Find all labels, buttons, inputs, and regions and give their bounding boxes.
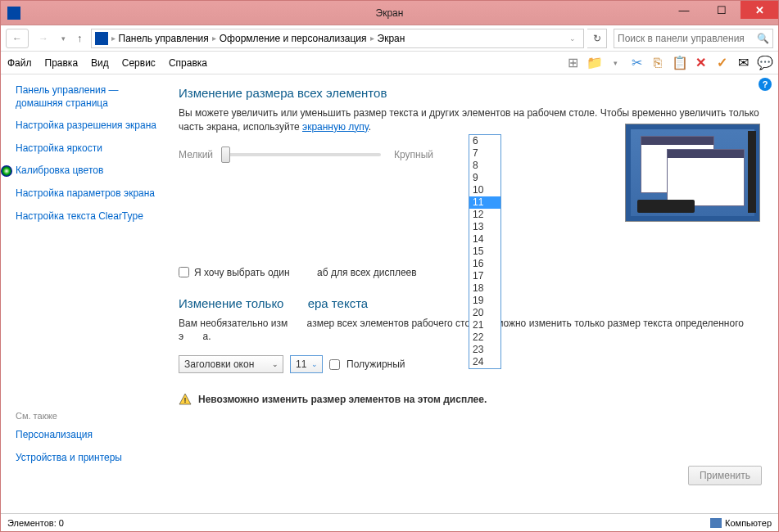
menu-file[interactable]: Файл [7,57,32,69]
svg-text:!: ! [184,396,187,404]
heading-resize-all: Изменение размера всех элементов [179,86,762,100]
size-dropdown-list[interactable]: 6789101112131415161718192021222324 [469,134,501,369]
statusbar: Элементов: 0 Компьютер [1,513,778,531]
main-content: Изменение размера всех элементов Вы може… [169,74,778,513]
sidebar-display-params[interactable]: Настройка параметров экрана [16,187,161,201]
bold-label: Полужирный [346,358,405,370]
size-option[interactable]: 7 [469,147,500,160]
size-option[interactable]: 20 [469,307,500,319]
size-slider[interactable] [221,153,381,156]
size-option[interactable]: 21 [469,319,500,331]
history-dropdown[interactable]: ▾ [58,34,69,43]
chat-icon[interactable]: 💬 [757,56,772,70]
size-option[interactable]: 19 [469,295,500,307]
menu-edit[interactable]: Правка [45,57,79,69]
size-option[interactable]: 22 [469,331,500,344]
up-button[interactable]: ↑ [72,32,88,44]
slider-thumb[interactable] [221,147,230,163]
menu-view[interactable]: Вид [91,57,109,69]
see-also-label: См. также [16,411,161,421]
cut-icon[interactable]: ✂ [629,56,644,70]
titlebar: Экран — ☐ ✕ [1,1,778,25]
warning-icon: ! [179,393,192,406]
folder-icon [95,32,108,45]
size-option[interactable]: 11 [469,196,500,209]
size-option[interactable]: 24 [469,356,500,368]
navbar: ← → ▾ ↑ ▸ Панель управления ▸ Оформление… [1,25,778,52]
menubar: Файл Правка Вид Сервис Справка ⊞ 📁 ▾ ✂ ⎘… [1,52,778,74]
computer-icon [710,518,722,528]
paste-icon[interactable]: 📋 [672,56,686,70]
same-scale-checkbox[interactable] [179,267,189,277]
slider-min-label: Мелкий [179,149,213,160]
search-input[interactable] [618,33,757,44]
bold-checkbox[interactable] [329,359,340,370]
back-button[interactable]: ← [6,29,29,48]
select-value: Заголовки окон [184,358,254,370]
size-option[interactable]: 15 [469,246,500,258]
layout-icon[interactable]: ⊞ [565,56,580,70]
size-option[interactable]: 10 [469,184,500,196]
size-option[interactable]: 23 [469,344,500,356]
sidebar-calibration[interactable]: Калибровка цветов [16,165,161,178]
sidebar-resolution[interactable]: Настройка разрешения экрана [16,119,161,133]
status-computer: Компьютер [725,518,772,528]
delete-icon[interactable]: ✕ [693,56,708,70]
copy-icon[interactable]: ⎘ [650,56,665,70]
breadcrumb-item[interactable]: Экран [378,33,405,44]
status-elements: Элементов: 0 [7,518,64,528]
size-option[interactable]: 18 [469,282,500,295]
size-option[interactable]: 12 [469,209,500,221]
chevron-right-icon: ▸ [212,34,216,43]
breadcrumb-item[interactable]: Панель управления [119,33,209,44]
display-preview [625,124,760,222]
magnifier-link[interactable]: экранную лупу [302,121,369,133]
address-dropdown[interactable]: ⌄ [565,34,580,43]
element-select[interactable]: Заголовки окон ⌄ [179,355,283,373]
slider-max-label: Крупный [394,149,433,160]
sidebar-personalization[interactable]: Персонализация [16,429,161,442]
check-icon[interactable]: ✓ [714,56,729,70]
sidebar-home[interactable]: Панель управления — домашняя страница [16,84,161,110]
minimize-button[interactable]: — [665,1,703,19]
app-icon [7,7,20,20]
chevron-right-icon: ▸ [111,34,115,43]
size-option[interactable]: 13 [469,221,500,233]
size-option[interactable]: 8 [469,160,500,172]
search-box[interactable]: 🔍 [614,29,773,48]
window-title: Экран [376,7,404,19]
size-option[interactable]: 14 [469,233,500,246]
checkbox-label: Я хочу выбрать один аб для всех дисплеев [194,267,417,278]
sidebar-item-label: Калибровка цветов [16,165,103,176]
warning-text: Невозможно изменить размер элементов на … [198,394,487,405]
close-button[interactable]: ✕ [741,1,778,19]
refresh-button[interactable]: ↻ [587,29,607,48]
menu-help[interactable]: Справка [169,57,207,69]
size-option[interactable]: 16 [469,258,500,270]
sidebar-cleartype[interactable]: Настройка текста ClearType [16,210,161,223]
calibration-icon [1,165,12,177]
select-value: 11 [296,358,306,370]
chevron-down-icon: ⌄ [311,360,318,368]
size-option[interactable]: 6 [469,135,500,147]
sidebar: Панель управления — домашняя страница На… [1,74,169,513]
folder-tool-icon[interactable]: 📁 [587,56,601,70]
dropdown-icon[interactable]: ▾ [608,56,623,70]
forward-button[interactable]: → [32,29,55,48]
sidebar-brightness[interactable]: Настройка яркости [16,142,161,156]
address-bar[interactable]: ▸ Панель управления ▸ Оформление и персо… [91,29,585,48]
maximize-button[interactable]: ☐ [703,1,741,19]
mail-icon[interactable]: ✉ [736,56,750,70]
apply-button[interactable]: Применить [688,466,762,485]
search-icon: 🔍 [757,33,769,44]
size-option[interactable]: 17 [469,270,500,282]
breadcrumb-item[interactable]: Оформление и персонализация [220,33,367,44]
chevron-right-icon: ▸ [370,34,374,43]
chevron-down-icon: ⌄ [272,360,279,368]
sidebar-devices[interactable]: Устройства и принтеры [16,452,161,465]
size-select[interactable]: 11 ⌄ [290,355,323,373]
menu-tools[interactable]: Сервис [122,57,156,69]
size-option[interactable]: 9 [469,172,500,184]
